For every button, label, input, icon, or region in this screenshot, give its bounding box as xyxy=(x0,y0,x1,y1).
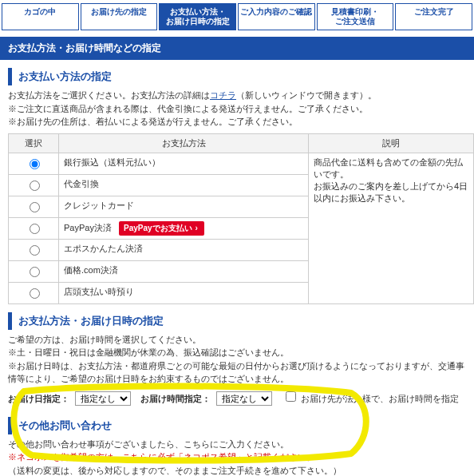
table-row: 銀行振込（送料元払い） 商品代金に送料も含めての金額の先払いです。 お振込みのご… xyxy=(9,153,474,174)
payment-desc-line1: 商品代金に送料も含めての金額の先払いです。 xyxy=(314,157,468,180)
th-select: 選択 xyxy=(9,133,59,153)
payment-note-collect: ※お届け先の住所は、着払いによる発送が行えません。ご了承ください。 xyxy=(8,115,466,129)
payment-note-cod: ※ご注文に直送商品が含まれる際は、代金引換による発送が行えません。ご了承ください… xyxy=(8,102,466,116)
paypay-button[interactable]: PayPayでお支払い xyxy=(119,221,204,236)
inquiry-l1: その他お問い合わせ事項がございましたら、こちらにご入力ください。 xyxy=(8,438,466,451)
delivery-time-select[interactable]: 指定なし xyxy=(216,391,272,406)
step-address: お届け先の指定 xyxy=(81,3,158,30)
radio-epos[interactable] xyxy=(30,245,40,256)
inquiry-nekopos-note: ※ネコポスを御希望の方は、こちらに必ず「ネコポス希望」と記載ください。 xyxy=(8,450,466,464)
step-estimate-send: 見積書印刷・ ご注文送信 xyxy=(317,3,394,30)
payment-intro-text: お支払方法をご選択ください。お支払方法の詳細は xyxy=(8,90,210,100)
method-epos: エポスかんたん決済 xyxy=(59,239,309,260)
inquiry-l3: （送料の変更は、後から対応しますので、そのままご注文手続きを進めて下さい。） xyxy=(8,464,466,477)
inquiry-intro: その他お問い合わせ事項がございましたら、こちらにご入力ください。 ※ネコポスを御… xyxy=(0,438,474,477)
delivery-controls: お届け日指定： 指定なし お届け時間指定： 指定なし お届け先が法人様で、お届け… xyxy=(0,386,474,409)
method-kakaku: 価格.com決済 xyxy=(59,260,309,282)
th-method: お支払方法 xyxy=(59,133,309,153)
payment-method-heading: お支払い方法の指定 xyxy=(8,68,474,85)
method-bank-transfer: 銀行振込（送料元払い） xyxy=(59,153,309,174)
radio-store-pay[interactable] xyxy=(30,288,40,299)
step-complete: ご注文完了 xyxy=(395,3,472,30)
delivery-date-label: お届け日指定： xyxy=(8,394,69,403)
method-paypay: PayPay決済 xyxy=(64,223,112,232)
delivery-l3: ※お届け日時は、お支払方法・都道府県ごとの可能な最短の日付からお選び頂けるように… xyxy=(8,359,466,386)
method-cod: 代金引換 xyxy=(59,174,309,196)
method-store-pay: 店頭支払い時預り xyxy=(59,282,309,303)
payment-intro-post: （新しいウィンドウで開きます）。 xyxy=(236,90,377,100)
radio-kakaku[interactable] xyxy=(30,267,40,277)
payment-details-link[interactable]: コチラ xyxy=(210,90,236,100)
radio-credit-card[interactable] xyxy=(30,202,40,212)
th-desc: 説明 xyxy=(309,133,474,153)
corporate-time-label: お届け先が法人様で、お届け時間を指定 xyxy=(301,394,459,403)
step-payment-delivery: お支払い方法・ お届け日時の指定 xyxy=(159,3,236,30)
page-title: お支払方法・お届け時間などの指定 xyxy=(0,37,474,60)
progress-steps: カゴの中 お届け先の指定 お支払い方法・ お届け日時の指定 ご入力内容のご確認 … xyxy=(0,0,474,37)
payment-table: 選択 お支払方法 説明 銀行振込（送料元払い） 商品代金に送料も含めての金額の先… xyxy=(8,133,474,304)
delivery-l2: ※土・日曜日・祝日は金融機関が休業の為、振込確認はございません。 xyxy=(8,346,466,359)
radio-cod[interactable] xyxy=(30,180,40,191)
method-credit-card: クレジットカード xyxy=(59,196,309,217)
delivery-l1: ご希望の方は、お届け時間を選択してください。 xyxy=(8,333,466,347)
payment-intro: お支払方法をご選択ください。お支払方法の詳細はコチラ（新しいウィンドウで開きます… xyxy=(0,89,474,129)
radio-paypay[interactable] xyxy=(30,224,40,234)
step-cart: カゴの中 xyxy=(2,3,79,30)
payment-description-cell: 商品代金に送料も含めての金額の先払いです。 お振込みのご案内を差し上げてから4日… xyxy=(309,153,474,303)
corporate-time-checkbox[interactable] xyxy=(286,391,296,402)
step-confirm: ご入力内容のご確認 xyxy=(238,3,315,30)
delivery-intro: ご希望の方は、お届け時間を選択してください。 ※土・日曜日・祝日は金融機関が休業… xyxy=(0,333,474,386)
delivery-time-label: お届け時間指定： xyxy=(140,394,211,403)
delivery-heading: お支払方法・お届け日時の指定 xyxy=(8,312,474,330)
payment-desc-line2: お振込みのご案内を差し上げてから4日以内にお振込み下さい。 xyxy=(314,180,468,204)
inquiry-heading: その他お問い合わせ xyxy=(8,417,474,434)
radio-bank-transfer[interactable] xyxy=(30,159,40,169)
delivery-date-select[interactable]: 指定なし xyxy=(75,391,131,406)
